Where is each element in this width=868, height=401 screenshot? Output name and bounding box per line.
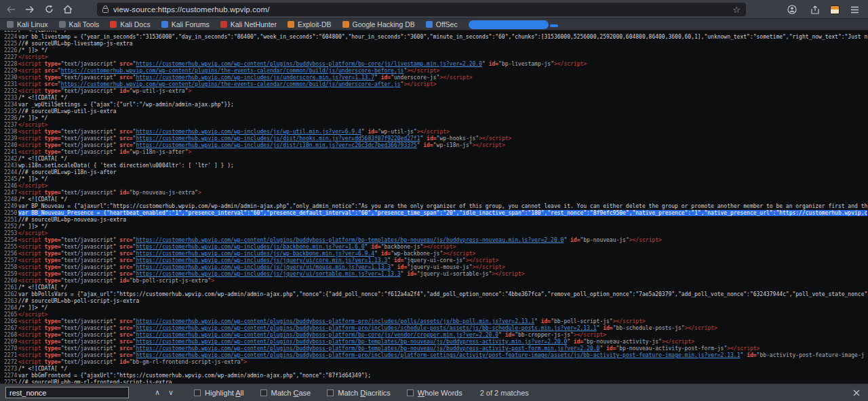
find-option-whole-words[interactable]: Whole Words <box>407 389 462 397</box>
source-link[interactable]: https://customerhub.wpvip.com/wp-include… <box>136 271 400 277</box>
source-line: 2233/* <![CDATA[ */ <box>0 95 868 102</box>
bookmark-label: Kali NetHunter <box>231 20 277 28</box>
line-number: 2264 <box>0 305 18 312</box>
source-line: 2252/* ]]> */ <box>0 224 868 230</box>
url-bar[interactable]: view-source:https://customerhub.wpvip.co… <box>97 3 746 16</box>
line-number: 2250 <box>0 210 18 217</box>
bookmark-label: Google Hacking DB <box>353 20 415 28</box>
menu-icon[interactable] <box>846 2 863 17</box>
source-link[interactable]: https://customerhub.wpvip.com/wp-include… <box>136 75 374 81</box>
source-line: 2247<script type="text/javascript" id="b… <box>0 190 868 196</box>
source-link[interactable]: https://customerhub.wpvip.com/wp-content… <box>136 332 498 338</box>
checkbox-icon[interactable] <box>407 389 414 396</box>
source-line: 2250var BB_Nouveau_Presence = {"heartbea… <box>0 210 868 217</box>
line-number: 2240 <box>0 142 18 149</box>
bookmark-item[interactable]: Kali Tools <box>59 20 100 28</box>
find-bar: ∧ ∨ Highlight AllMatch CaseMatch Diacrit… <box>0 383 868 401</box>
source-link[interactable]: https://customerhub.wpvip.com/wp-include… <box>136 244 364 250</box>
source-link[interactable]: https://customerhub.wpvip.com/wp-content… <box>136 352 740 358</box>
source-link[interactable]: https://customerhub.wpvip.com/wp-content… <box>136 325 596 331</box>
source-link[interactable]: https://customerhub.wpvip.com/wp-include… <box>136 129 361 135</box>
source-link[interactable]: https://customerhub.wpvip.com/wp-include… <box>136 251 374 257</box>
source-link[interactable]: https://customerhub.wpvip.com/wp-include… <box>136 142 416 148</box>
source-link[interactable]: https://customerhub.wpvip.com/wp-content… <box>136 345 599 352</box>
share-icon[interactable] <box>807 2 823 17</box>
bookmark-label: OffSec <box>436 20 458 28</box>
find-option-highlight-all[interactable]: Highlight All <box>194 389 244 397</box>
bookmark-item[interactable]: Kali NetHunter <box>220 20 277 28</box>
line-number: 2262 <box>0 291 18 298</box>
findbar-checkboxes: Highlight AllMatch CaseMatch DiacriticsW… <box>178 389 462 397</box>
selected-match-line: var BB_Nouveau_Presence = {"heartbeat_en… <box>18 210 867 216</box>
source-line: 2224var bb_livestamp = {"year_in_seconds… <box>0 34 868 41</box>
source-link[interactable]: https://customerhub.wpvip.com/wp-content… <box>136 237 564 243</box>
source-link[interactable]: https://customerhub.wpvip.com/wp-include… <box>136 135 420 142</box>
account-icon[interactable] <box>784 2 800 17</box>
line-number: 2249 <box>0 203 18 210</box>
line-number: 2266 <box>0 318 18 325</box>
line-number: 2225 <box>0 41 18 47</box>
source-line: 2272<script type="text/javascript" id="b… <box>0 359 868 366</box>
back-button[interactable] <box>3 2 19 17</box>
bookmark-item[interactable]: Kali Forums <box>161 20 210 28</box>
bookmark-label: Kali Forums <box>172 20 210 28</box>
bookmark-item[interactable]: Kali Docs <box>110 20 150 28</box>
url-text[interactable]: view-source:https://customerhub.wpvip.co… <box>113 5 728 14</box>
reload-button[interactable] <box>41 2 57 17</box>
source-link[interactable]: https://customerhub.wpvip.com/wp-content… <box>61 68 404 74</box>
source-line: 2241<script type="text/javascript" id="w… <box>0 149 868 156</box>
ghdb-icon <box>342 21 349 28</box>
source-link[interactable]: https://customerhub.wpvip.com/wp-content… <box>136 318 534 324</box>
bookmark-star-icon[interactable]: ☆ <box>732 5 741 15</box>
checkbox-icon[interactable] <box>194 389 201 396</box>
source-line: 2243wp.i18n.setLocaleData( { 'text direc… <box>0 163 868 169</box>
source-line: 2265</script> <box>0 312 868 318</box>
bookmark-item[interactable]: OffSec <box>426 20 458 28</box>
docs-icon <box>110 21 117 28</box>
line-number: 2246 <box>0 183 18 190</box>
bookmark-label: Kali Docs <box>120 20 150 28</box>
line-number: 2231 <box>0 81 18 88</box>
redacted-bookmark[interactable] <box>469 20 549 29</box>
bookmark-item[interactable]: Kali Linux <box>7 20 48 28</box>
source-link[interactable]: https://customerhub.wpvip.com/wp-include… <box>136 264 391 270</box>
line-number: 2274 <box>0 373 18 379</box>
find-option-match-diacritics[interactable]: Match Diacritics <box>327 389 391 397</box>
navigation-toolbar: view-source:https://customerhub.wpvip.co… <box>0 0 868 19</box>
home-button[interactable] <box>60 2 76 17</box>
checkbox-icon[interactable] <box>260 389 267 396</box>
extension-icon[interactable] <box>830 5 840 14</box>
line-number: 2267 <box>0 325 18 332</box>
source-line: 2234var _wpUtilSettings = {"ajax":{"url"… <box>0 102 868 108</box>
find-next-button[interactable]: ∨ <box>164 388 178 397</box>
source-line: 2274var bbGmFrontend = {"ajaxUrl":"https… <box>0 373 868 379</box>
source-link[interactable]: https://customerhub.wpvip.com/wp-content… <box>136 339 567 345</box>
source-link[interactable]: https://customerhub.wpvip.com/wp-content… <box>61 81 401 87</box>
source-link[interactable]: https://customerhub.wpvip.com/wp-include… <box>136 257 387 263</box>
bookmark-item[interactable]: Google Hacking DB <box>342 20 415 28</box>
source-link[interactable]: https://customerhub.wpvip.com/wp-content… <box>136 61 482 67</box>
source-line: 2269<script type="text/javascript" src="… <box>0 339 868 345</box>
offsec-icon <box>426 21 433 28</box>
find-previous-button[interactable]: ∧ <box>151 388 164 397</box>
forward-button[interactable] <box>22 2 38 17</box>
line-number: 2258 <box>0 264 18 271</box>
source-lines: 2223/* <![CDATA[ */2224var bb_livestamp … <box>0 30 868 383</box>
lock-icon <box>102 3 108 16</box>
browser-window: view-source:https://customerhub.wpvip.co… <box>0 0 868 401</box>
line-number: 2253 <box>0 230 18 237</box>
line-number: 2265 <box>0 312 18 318</box>
line-number: 2227 <box>0 54 18 61</box>
source-line: 2237</script> <box>0 122 868 129</box>
find-option-match-case[interactable]: Match Case <box>260 389 311 397</box>
line-number: 2263 <box>0 298 18 305</box>
line-number: 2233 <box>0 95 18 102</box>
checkbox-icon[interactable] <box>327 389 334 396</box>
close-findbar-icon[interactable] <box>850 387 863 399</box>
checkbox-label: Match Diacritics <box>338 389 391 397</box>
source-line: 2249var BP_Nouveau = {"ajaxurl":"https:/… <box>0 203 868 210</box>
line-number: 2238 <box>0 129 18 135</box>
bookmark-item[interactable]: Exploit-DB <box>288 20 332 28</box>
line-number: 2243 <box>0 163 18 169</box>
find-input[interactable] <box>5 387 129 398</box>
